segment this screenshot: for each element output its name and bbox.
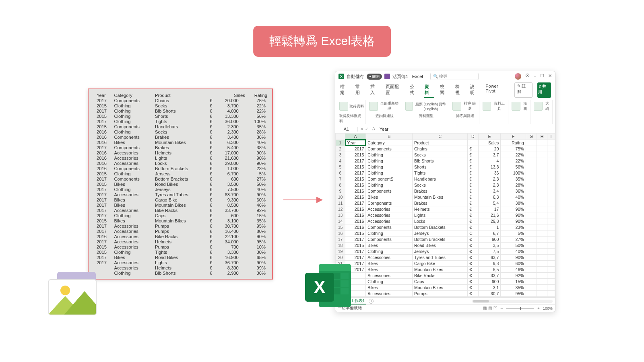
formula-input[interactable]: Year	[377, 127, 555, 132]
page-layout-view-icon[interactable]: ▤	[488, 306, 492, 311]
excel-window: X 自動儲存 ● 關閉 活頁簿1 - Excel 🔍 搜尋 ⦿ – ☐ ✕ 檔案…	[335, 71, 555, 312]
ribbon-tab-資料[interactable]: 資料	[424, 82, 434, 98]
ribbon-tab-常用[interactable]: 常用	[355, 82, 365, 98]
ribbon-button-icon[interactable]	[405, 102, 413, 111]
window-maximize-button[interactable]: ☐	[540, 73, 544, 80]
fx-icon[interactable]: fx	[371, 127, 377, 131]
horizontal-scrollbar[interactable]	[472, 300, 553, 303]
name-box[interactable]: A1	[335, 127, 358, 132]
autosave-label: 自動儲存	[347, 74, 364, 80]
ribbon-tab-頁面配置[interactable]: 頁面配置	[385, 82, 404, 98]
ribbon-group: 股票 (English) 貨幣 (English)資料類型	[404, 100, 449, 124]
enter-icon[interactable]: ✓	[365, 127, 368, 131]
user-avatar-icon[interactable]	[515, 73, 521, 80]
sheet-tabs-bar: ◂ ▸ 工作表1 +	[335, 297, 555, 304]
save-icon[interactable]	[384, 74, 390, 79]
cancel-icon[interactable]: ✕	[360, 127, 363, 131]
window-close-button[interactable]: ✕	[548, 73, 552, 80]
ribbon-tab-Power Pivot[interactable]: Power Pivot	[485, 82, 510, 98]
excel-file-icon: X	[305, 264, 353, 311]
zoom-level[interactable]: 100%	[543, 306, 553, 311]
page-title: 輕鬆轉爲 Excel表格	[253, 26, 391, 57]
excel-titlebar: X 自動儲存 ● 關閉 活頁簿1 - Excel 🔍 搜尋 ⦿ – ☐ ✕	[335, 71, 555, 82]
autosave-toggle[interactable]: ● 關閉	[367, 74, 382, 80]
image-file-icon	[48, 272, 101, 315]
zoom-in-button[interactable]: +	[537, 306, 540, 311]
ribbon-group: 取得資料取得及轉換資料	[338, 100, 366, 124]
status-bar: 一切準備就緒 ▦ ▤ 凹 – + 100%	[335, 304, 555, 312]
ribbon-tab-校閱[interactable]: 校閱	[439, 82, 450, 98]
add-sheet-button[interactable]: +	[369, 299, 374, 304]
ribbon-tab-檢視[interactable]: 檢視	[454, 82, 465, 98]
ribbon-group: 資料工具	[481, 100, 508, 124]
ribbon-button-icon[interactable]	[452, 102, 461, 111]
page-break-view-icon[interactable]: 凹	[493, 306, 497, 311]
ribbon-group: 預測	[510, 100, 530, 124]
ribbon-group: 全部重新整理查詢與連線	[367, 100, 402, 124]
arrow-icon	[283, 200, 322, 200]
ribbon-group: 大綱	[532, 100, 553, 124]
ribbon-button-icon[interactable]	[512, 102, 520, 111]
share-button[interactable]: ⇪ 共用	[537, 82, 551, 98]
zoom-out-button[interactable]: –	[501, 306, 503, 311]
ribbon-tabs: 檔案常用插入頁面配置公式資料校閱檢視說明Power Pivot✎ 註解⇪ 共用	[335, 82, 555, 98]
ribbon-tab-說明[interactable]: 說明	[469, 82, 480, 98]
spreadsheet-grid[interactable]: ABCDEFGHI1YearCategoryProductSalesRating…	[335, 133, 555, 297]
ribbon-button-icon[interactable]	[369, 102, 378, 111]
ribbon-tab-插入[interactable]: 插入	[369, 82, 380, 98]
ribbon-button-icon[interactable]	[483, 102, 491, 111]
window-minimize-button[interactable]: –	[534, 73, 536, 80]
ribbon-button-icon[interactable]	[534, 102, 542, 111]
formula-bar: A1 ✕✓ fx Year	[335, 125, 555, 133]
ribbon-group: 排序 篩選排序與篩選	[451, 100, 479, 124]
ribbon-mode-icon[interactable]: ⦿	[525, 73, 530, 80]
ribbon-tab-檔案[interactable]: 檔案	[339, 82, 350, 98]
annotate-button[interactable]: ✎ 註解	[514, 82, 532, 98]
excel-logo-icon: X	[339, 74, 344, 79]
ribbon-bar: 取得資料取得及轉換資料全部重新整理查詢與連線股票 (English) 貨幣 (E…	[335, 98, 555, 125]
source-image-table: YearCategoryProductSalesRating2017Compon…	[88, 88, 273, 280]
search-input[interactable]: 🔍 搜尋	[430, 73, 479, 80]
ribbon-tab-公式[interactable]: 公式	[409, 82, 419, 98]
zoom-slider[interactable]	[506, 308, 534, 309]
document-title: 活頁簿1 - Excel	[392, 74, 423, 80]
normal-view-icon[interactable]: ▦	[483, 306, 487, 311]
ribbon-button-icon[interactable]	[339, 102, 348, 111]
